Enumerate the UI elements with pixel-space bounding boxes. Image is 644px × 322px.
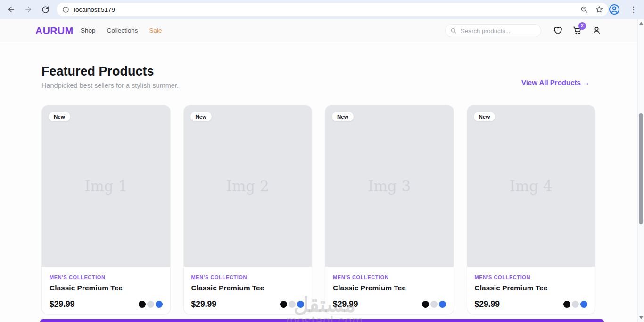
color-swatches <box>422 301 446 308</box>
color-swatches <box>563 301 587 308</box>
forward-button[interactable] <box>22 3 35 16</box>
image-placeholder-label: Img 3 <box>325 178 454 195</box>
product-name[interactable]: Classic Premium Tee <box>191 284 305 292</box>
image-placeholder-label: Img 2 <box>184 178 312 195</box>
scrollbar-down-arrow[interactable] <box>639 316 643 319</box>
profile-icon[interactable] <box>609 4 620 15</box>
browser-toolbar: localhost:5179 ⋮ <box>0 0 644 19</box>
color-swatch[interactable] <box>422 301 429 308</box>
color-swatch[interactable] <box>572 301 579 308</box>
product-category: MEN'S COLLECTION <box>333 274 446 280</box>
product-image[interactable]: New Img 4 <box>467 105 595 267</box>
nav-item-collections[interactable]: Collections <box>107 27 138 34</box>
main-nav: Shop Collections Sale <box>81 19 162 42</box>
next-section-top-edge <box>40 319 604 322</box>
scrollbar-track[interactable] <box>637 19 644 322</box>
scrollbar-up-arrow[interactable] <box>639 22 643 25</box>
forward-arrow-icon <box>24 5 33 14</box>
browser-menu-icon[interactable]: ⋮ <box>627 6 639 14</box>
scrollbar-thumb[interactable] <box>639 113 643 224</box>
product-image[interactable]: New Img 2 <box>184 105 312 267</box>
heart-icon <box>553 25 563 35</box>
color-swatch[interactable] <box>580 301 587 308</box>
product-name[interactable]: Classic Premium Tee <box>333 284 446 292</box>
color-swatch[interactable] <box>156 301 163 308</box>
product-name[interactable]: Classic Premium Tee <box>475 284 588 292</box>
cart-count-badge: 2 <box>578 22 586 30</box>
section-title: Featured Products <box>41 64 154 79</box>
view-all-link[interactable]: View All Products → <box>521 78 590 86</box>
color-swatch[interactable] <box>297 301 304 308</box>
product-category: MEN'S COLLECTION <box>50 274 163 280</box>
color-swatch[interactable] <box>289 301 296 308</box>
user-icon <box>592 25 602 35</box>
product-image[interactable]: New Img 1 <box>42 105 170 267</box>
section-subtitle: Handpicked best sellers for a stylish su… <box>41 82 179 89</box>
color-swatch[interactable] <box>139 301 146 308</box>
product-price: $29.99 <box>333 299 358 309</box>
product-price: $29.99 <box>191 299 217 309</box>
page-content: AURUM Shop Collections Sale 2 <box>0 19 637 322</box>
product-card[interactable]: New Img 4 MEN'S COLLECTION Classic Premi… <box>467 105 596 314</box>
cart-button[interactable]: 2 <box>571 25 583 37</box>
product-price: $29.99 <box>50 299 75 309</box>
address-bar[interactable]: localhost:5179 <box>57 3 608 16</box>
search-box[interactable] <box>445 24 541 37</box>
site-info-icon[interactable] <box>62 6 69 13</box>
bookmark-star-icon[interactable] <box>595 5 603 14</box>
reload-button[interactable] <box>39 3 52 16</box>
product-image[interactable]: New Img 3 <box>325 105 454 267</box>
back-button[interactable] <box>5 3 18 16</box>
product-card[interactable]: New Img 3 MEN'S COLLECTION Classic Premi… <box>325 105 454 314</box>
color-swatch[interactable] <box>563 301 570 308</box>
color-swatch[interactable] <box>147 301 154 308</box>
product-name[interactable]: Classic Premium Tee <box>50 284 163 292</box>
color-swatch[interactable] <box>280 301 287 308</box>
image-placeholder-label: Img 4 <box>467 178 595 195</box>
nav-item-sale[interactable]: Sale <box>149 27 162 34</box>
product-grid: New Img 1 MEN'S COLLECTION Classic Premi… <box>41 105 595 314</box>
color-swatches <box>280 301 304 308</box>
account-button[interactable] <box>590 25 603 37</box>
browser-window: localhost:5179 ⋮ AURUM Shop Collections … <box>0 0 644 322</box>
search-input[interactable] <box>461 27 531 34</box>
brand-logo[interactable]: AURUM <box>35 19 74 42</box>
nav-item-shop[interactable]: Shop <box>81 27 96 34</box>
color-swatch[interactable] <box>439 301 446 308</box>
new-badge: New <box>49 112 70 121</box>
back-arrow-icon <box>7 5 16 14</box>
product-category: MEN'S COLLECTION <box>191 274 305 280</box>
search-icon <box>450 27 457 34</box>
wishlist-button[interactable] <box>552 25 564 37</box>
new-badge: New <box>332 112 354 121</box>
reload-icon <box>41 6 50 14</box>
color-swatch[interactable] <box>430 301 438 308</box>
color-swatches <box>139 301 163 308</box>
product-card[interactable]: New Img 1 MEN'S COLLECTION Classic Premi… <box>41 105 171 314</box>
product-price: $29.99 <box>475 299 500 309</box>
product-category: MEN'S COLLECTION <box>475 274 588 280</box>
zoom-out-icon[interactable] <box>580 6 588 14</box>
product-card[interactable]: New Img 2 MEN'S COLLECTION Classic Premi… <box>183 105 313 314</box>
url-text: localhost:5179 <box>74 6 115 13</box>
image-placeholder-label: Img 1 <box>42 178 170 195</box>
site-header: AURUM Shop Collections Sale 2 <box>0 19 637 42</box>
new-badge: New <box>190 112 212 121</box>
new-badge: New <box>474 112 495 121</box>
